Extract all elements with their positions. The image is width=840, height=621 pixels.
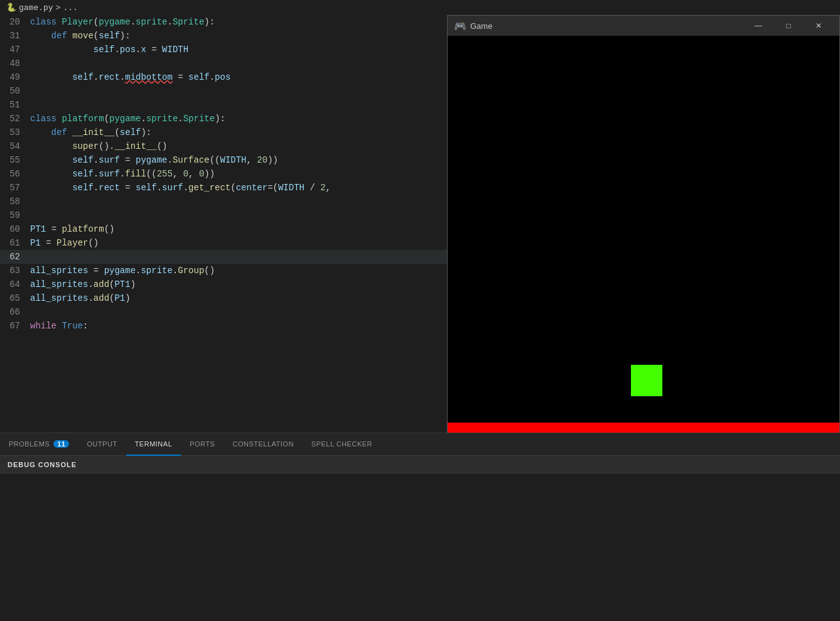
debug-console-label: DEBUG CONSOLE (8, 461, 77, 468)
tab-spellchecker-label: SPELL CHECKER (311, 440, 372, 448)
debug-console-header: DEBUG CONSOLE (0, 456, 840, 473)
game-titlebar: 🎮 Game — □ ✕ (448, 16, 839, 36)
game-title: Game (470, 21, 744, 31)
game-icon: 🎮 (454, 20, 465, 31)
game-content (448, 36, 839, 433)
breadcrumb-dots: ... (63, 3, 77, 13)
tab-constellation-label: CONSTELLATION (232, 440, 293, 448)
tabs-bar: PROBLEMS 11 OUTPUT TERMINAL PORTS CONSTE… (0, 433, 840, 456)
file-icon: 🐍 (6, 3, 16, 13)
tab-output-label: OUTPUT (87, 440, 117, 448)
game-window: 🎮 Game — □ ✕ (447, 15, 840, 433)
restore-button[interactable]: □ (774, 16, 803, 36)
tab-terminal-label: TERMINAL (135, 440, 173, 448)
tab-spellchecker[interactable]: SPELL CHECKER (303, 433, 381, 456)
bottom-panel: PROBLEMS 11 OUTPUT TERMINAL PORTS CONSTE… (0, 433, 840, 621)
window-controls: — □ ✕ (744, 16, 833, 36)
platform-sprite (448, 423, 839, 433)
player-sprite (631, 365, 662, 396)
breadcrumb-file[interactable]: game.py (19, 3, 53, 13)
breadcrumb: 🐍 game.py > ... (0, 0, 840, 15)
main-area: 20 class Player(pygame.sprite.Sprite): 3… (0, 15, 840, 433)
terminal-content[interactable] (0, 473, 840, 621)
tab-problems[interactable]: PROBLEMS 11 (0, 433, 78, 456)
tab-problems-label: PROBLEMS (9, 440, 50, 448)
problems-badge: 11 (53, 440, 69, 448)
tab-output[interactable]: OUTPUT (78, 433, 126, 456)
breadcrumb-sep: > (56, 3, 61, 13)
minimize-button[interactable]: — (744, 16, 773, 36)
tab-constellation[interactable]: CONSTELLATION (223, 433, 302, 456)
tab-terminal[interactable]: TERMINAL (126, 433, 181, 456)
tab-ports[interactable]: PORTS (181, 433, 223, 456)
close-button[interactable]: ✕ (804, 16, 833, 36)
tab-ports-label: PORTS (190, 440, 215, 448)
